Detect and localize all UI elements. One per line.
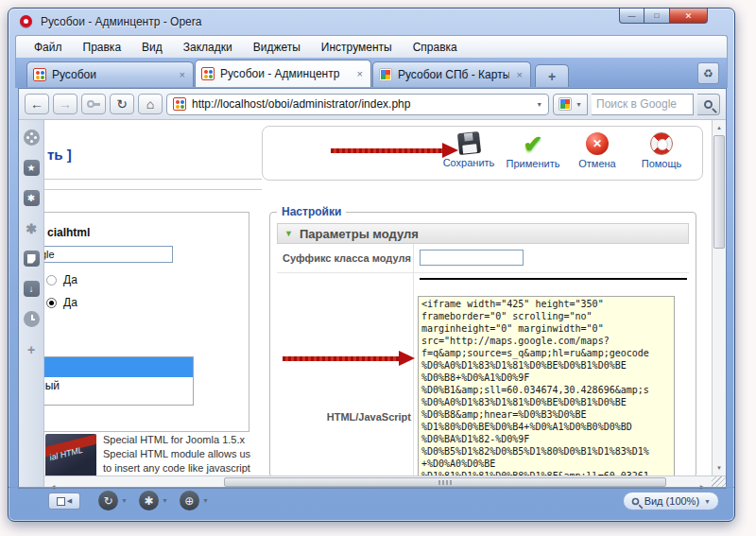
dropdown-icon[interactable]: ▼ <box>162 497 168 504</box>
menu-item-tools[interactable]: Инструменты <box>311 38 403 57</box>
tab-close-icon[interactable]: × <box>178 69 187 80</box>
sync-icon: ↻ <box>98 491 118 510</box>
url-dropdown-icon[interactable]: ▼ <box>536 101 542 108</box>
reload-button[interactable]: ↻ <box>110 94 134 114</box>
list-item-selected[interactable] <box>44 357 193 377</box>
zoom-control[interactable]: Вид (100%) ▼ <box>623 492 719 510</box>
window-titlebar[interactable]: Русобои - Админцентр - Opera — □ ✕ <box>9 9 734 35</box>
dropdown-icon[interactable]: ▼ <box>202 497 209 504</box>
tab-close-icon[interactable]: × <box>355 68 365 79</box>
joomla-favicon-icon <box>33 68 46 81</box>
module-title-input[interactable] <box>44 246 173 263</box>
back-button[interactable]: ← <box>25 94 49 114</box>
tab-close-icon[interactable]: × <box>515 69 524 80</box>
search-engine-button[interactable]: ▼ <box>553 94 588 115</box>
sync-button[interactable]: ↻ ▼ <box>98 491 128 510</box>
tab-admin-center[interactable]: Русобои - Админцентр × <box>195 60 371 87</box>
tab-label: Русобои СПб - Карты ... <box>398 68 509 81</box>
black-divider <box>420 278 687 280</box>
new-tab-button[interactable]: + <box>535 64 569 87</box>
horizontal-scroll-thumb[interactable] <box>224 477 666 487</box>
url-field[interactable]: http://localhost/oboi/administrator/inde… <box>166 94 549 115</box>
forward-icon: → <box>59 96 72 112</box>
dropdown-icon[interactable]: ▼ <box>121 497 128 504</box>
toggle-arrow-icon: ◀ <box>67 497 72 505</box>
vertical-scrollbar[interactable]: ▲ ▼ <box>712 120 726 475</box>
opera-logo-icon <box>20 15 32 27</box>
divider <box>44 189 262 190</box>
panel-start-button[interactable] <box>24 130 40 146</box>
google-icon <box>558 97 572 111</box>
module-name: cialhtml <box>47 226 90 239</box>
tab-rusoboi[interactable]: Русобои × <box>26 61 194 87</box>
search-input[interactable] <box>592 94 694 115</box>
forward-button[interactable]: → <box>53 94 77 114</box>
tab-maps[interactable]: Русобои СПб - Карты ... × <box>372 61 531 87</box>
zoom-label: Вид (100%) <box>644 495 699 507</box>
widgets-gear-icon: ✱ <box>24 190 40 206</box>
cancel-label: Отмена <box>578 158 615 169</box>
unite-icon: ✱ <box>139 491 159 510</box>
html-javascript-textarea[interactable]: <iframe width="425" height="350" framebo… <box>418 296 675 475</box>
panel-unite-button[interactable]: ✱ <box>24 220 40 236</box>
menu-item-bookmarks[interactable]: Закладки <box>173 38 243 57</box>
maximize-button[interactable]: □ <box>644 9 670 24</box>
unite-button[interactable]: ✱ ▼ <box>139 491 168 510</box>
panel-icon <box>57 497 65 506</box>
notes-icon <box>24 251 40 267</box>
panel-history-button[interactable] <box>24 311 40 327</box>
annotation-arrow-code <box>283 351 418 366</box>
turbo-button[interactable]: ⊕ ▼ <box>180 491 209 510</box>
module-description: Special HTML for Joomla 1.5.x Special HT… <box>103 433 250 475</box>
tab-bar: Русобои × Русобои - Админцентр × Русобои… <box>15 58 728 88</box>
panel-add-button[interactable]: + <box>24 341 40 357</box>
suffix-input[interactable] <box>420 250 524 266</box>
panel-widgets-button[interactable]: ✱ <box>24 190 40 206</box>
menu-item-file[interactable]: Файл <box>24 38 73 57</box>
bookmarks-star-icon: ★ <box>24 160 40 176</box>
module-params-header[interactable]: ▼ Параметры модуля <box>277 223 689 244</box>
module-listbox[interactable]: ный <box>44 356 194 406</box>
radio-label: Да <box>63 273 77 286</box>
address-toolbar: ← → ↻ ⌂ http://localhost/oboi/administra… <box>19 89 726 120</box>
unite-propeller-icon: ✱ <box>26 221 37 236</box>
menu-item-edit[interactable]: Правка <box>73 38 132 57</box>
menu-item-view[interactable]: Вид <box>131 38 173 57</box>
close-button[interactable]: ✕ <box>670 9 708 24</box>
zoom-dropdown-icon[interactable]: ▼ <box>704 498 711 505</box>
module-cover-image: ial HTML <box>45 434 96 475</box>
dots-icon <box>24 130 40 146</box>
list-item[interactable]: ный <box>44 377 193 396</box>
panel-bookmarks-button[interactable]: ★ <box>24 160 40 176</box>
minimize-button[interactable]: — <box>619 9 644 24</box>
page-viewport: ть ] Сохранить ✔ Применить <box>44 120 712 475</box>
back-icon: ← <box>30 96 43 112</box>
tab-label: Русобои <box>52 68 172 81</box>
radio-row: Да <box>46 273 77 286</box>
downloads-icon: ↓ <box>24 281 40 297</box>
vertical-scroll-thumb[interactable] <box>713 135 725 249</box>
browser-window: Русобои - Админцентр - Opera — □ ✕ Файл … <box>8 8 735 522</box>
panel-downloads-button[interactable]: ↓ <box>24 281 40 297</box>
panel-notes-button[interactable] <box>24 251 40 267</box>
radio-unselected[interactable] <box>46 275 57 285</box>
home-button[interactable]: ⌂ <box>138 94 163 114</box>
radio-label: Да <box>63 296 77 309</box>
panel-toggle-button[interactable]: ◀ <box>48 493 80 510</box>
history-clock-icon <box>24 311 40 327</box>
search-go-button[interactable] <box>697 94 720 115</box>
rewind-button[interactable] <box>81 94 106 114</box>
menu-item-help[interactable]: Справка <box>403 38 468 57</box>
status-icons: ↻ ▼ ✱ ▼ ⊕ ▼ <box>98 491 209 510</box>
apply-label: Применить <box>507 158 560 169</box>
google-maps-favicon-icon <box>379 68 392 81</box>
help-label: Помощь <box>642 158 682 169</box>
scroll-down-icon[interactable]: ▼ <box>713 461 726 475</box>
scroll-up-icon[interactable]: ▲ <box>713 121 726 134</box>
closed-tabs-trash-button[interactable]: ♻ <box>697 62 719 84</box>
radio-selected[interactable] <box>46 298 57 308</box>
tab-label: Русобои - Админцентр <box>220 67 350 80</box>
params-title: Параметры модуля <box>300 227 419 241</box>
engine-dropdown-icon: ▼ <box>576 101 582 108</box>
menu-item-widgets[interactable]: Виджеты <box>243 38 311 57</box>
